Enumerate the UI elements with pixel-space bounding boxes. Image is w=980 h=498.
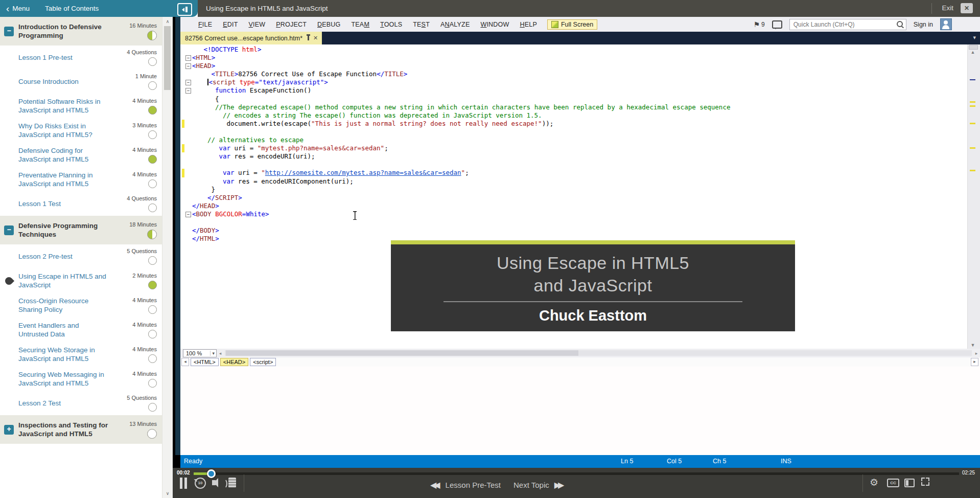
menu-team[interactable]: TEAM: [352, 21, 370, 28]
editor-vscrollbar[interactable]: [967, 44, 980, 349]
menu-help[interactable]: HELP: [520, 21, 537, 28]
code-line: document.write(escape("This is just a no…: [180, 120, 967, 128]
card-author: Chuck Easttom: [539, 306, 647, 325]
closed-captions-icon[interactable]: CC: [887, 479, 899, 487]
pin-icon[interactable]: [308, 36, 309, 40]
nav-left-icon[interactable]: ◂: [181, 358, 189, 366]
toc-item-row[interactable]: Defensive Coding for JavaScript and HTML…: [0, 143, 162, 167]
toc-label: Potential Software Risks in JavaScript a…: [18, 97, 112, 115]
next-topic-label: Next Topic: [514, 481, 549, 489]
menu-file[interactable]: FILE: [198, 21, 212, 28]
notifications-button[interactable]: 9: [754, 20, 765, 29]
volume-icon[interactable]: [212, 480, 216, 485]
toc-item-row[interactable]: Securing Web Storage in JavaScript and H…: [0, 342, 162, 367]
expand-group-icon[interactable]: +: [4, 425, 14, 435]
toc-item-row[interactable]: Lesson 1 Test4 Questions: [0, 192, 162, 216]
fullscreen-icon[interactable]: [921, 478, 929, 486]
tab-list-chevron-icon[interactable]: [973, 34, 976, 41]
split-editor-handle[interactable]: [969, 45, 978, 50]
toc-item-row[interactable]: Lesson 1 Pre-test4 Questions: [0, 46, 162, 70]
toc-group-row[interactable]: −Introduction to Defensive Programming16…: [0, 17, 162, 46]
replay-10-button[interactable]: 10: [195, 478, 206, 489]
breadcrumb-tag[interactable]: <HEAD>: [220, 358, 248, 366]
toc-item-row[interactable]: Preventative Planning in JavaScript and …: [0, 167, 162, 192]
editor-zoom-select[interactable]: 100 %: [183, 349, 217, 357]
editor-hscrollbar-thumb[interactable]: [226, 350, 578, 356]
progress-circle: [148, 106, 157, 115]
toc-item-row[interactable]: Event Handlers and Untrusted Data4 Minut…: [0, 318, 162, 342]
sidebar-scrollbar-thumb[interactable]: [164, 26, 171, 90]
progress-thumb[interactable]: [207, 469, 216, 478]
scroll-down-icon[interactable]: [162, 490, 173, 497]
scroll-up-icon[interactable]: [162, 18, 173, 25]
exit-button[interactable]: Exit: [942, 4, 953, 12]
next-topic-button[interactable]: Next Topic: [514, 480, 564, 490]
toc-item-row[interactable]: Securing Web Messaging in JavaScript and…: [0, 367, 162, 391]
quick-launch-input[interactable]: [789, 19, 906, 30]
code-line: {: [180, 95, 967, 103]
close-icon[interactable]: [961, 3, 973, 13]
player-control-bar: 00:02 02:25 10 Lesson Pre-Test Next Topi…: [172, 468, 980, 498]
menu-debug[interactable]: DEBUG: [317, 21, 340, 28]
collapse-group-icon[interactable]: −: [4, 27, 14, 36]
fold-minus-icon[interactable]: −: [185, 212, 191, 217]
toc-item-row[interactable]: Course Introduction1 Minute: [0, 70, 162, 94]
menu-edit[interactable]: EDIT: [223, 21, 238, 28]
toc-item-row[interactable]: Using Escape in HTML5 and JavaScript2 Mi…: [0, 268, 162, 293]
progress-bar[interactable]: [194, 472, 959, 475]
editor-hscrollbar[interactable]: [225, 350, 972, 356]
full-screen-icon: [551, 21, 558, 28]
collapse-sidebar-button[interactable]: [177, 3, 192, 16]
toc-item-row[interactable]: Lesson 2 Pre-test5 Questions: [0, 244, 162, 268]
toc-meta-zone: 4 Minutes: [112, 322, 157, 338]
menu-view[interactable]: VIEW: [249, 21, 266, 28]
toc-item-row[interactable]: Lesson 2 Test5 Questions: [0, 391, 162, 415]
toc-label: Inspections and Testing for JavaScript a…: [18, 421, 112, 438]
scroll-marker-yellow: [970, 170, 975, 171]
vs-menu-items: FILEEDITVIEWPROJECTDEBUGTEAMTOOLSTESTANA…: [180, 21, 537, 28]
scroll-left-icon[interactable]: ◂: [217, 351, 224, 356]
toc-group-row[interactable]: +Inspections and Testing for JavaScript …: [0, 415, 162, 444]
menu-project[interactable]: PROJECT: [276, 21, 307, 28]
toc-icon-zone: −: [4, 225, 18, 235]
user-avatar-icon[interactable]: [940, 18, 952, 30]
collapse-group-icon[interactable]: −: [4, 225, 14, 235]
tab-close-icon[interactable]: [313, 35, 318, 41]
nav-right-icon[interactable]: ▸: [971, 358, 978, 366]
menu-window[interactable]: WINDOW: [480, 21, 509, 28]
side-panel-icon[interactable]: [904, 479, 915, 487]
transcript-icon[interactable]: [228, 478, 236, 488]
pause-button[interactable]: [180, 478, 187, 489]
full-screen-button[interactable]: Full Screen: [547, 19, 597, 30]
elapsed-time: 00:02: [177, 470, 190, 476]
video-player-area: FILEEDITVIEWPROJECTDEBUGTEAMTOOLSTESTANA…: [172, 17, 980, 498]
toc-meta-zone: 2 Minutes: [112, 273, 157, 289]
feedback-bubble-icon[interactable]: [772, 20, 782, 29]
mouse-ibeam-cursor: [353, 211, 357, 220]
settings-gear-icon[interactable]: [870, 477, 878, 488]
menu-tools[interactable]: TOOLS: [380, 21, 402, 28]
fold-minus-icon[interactable]: −: [185, 88, 191, 94]
menu-test[interactable]: TEST: [413, 21, 430, 28]
editor-background: [180, 367, 980, 455]
toc-item-row[interactable]: Cross-Origin Resource Sharing Policy4 Mi…: [0, 293, 162, 318]
document-tab[interactable]: 82756 Correct use...escape function.htm*: [180, 32, 322, 44]
scroll-up-icon[interactable]: [968, 50, 978, 55]
menu-analyze[interactable]: ANALYZE: [440, 21, 470, 28]
scroll-right-icon[interactable]: ▸: [973, 351, 980, 356]
sign-in-link[interactable]: Sign in: [914, 21, 933, 28]
breadcrumb-tag[interactable]: <script>: [250, 358, 276, 366]
progress-circle: [148, 203, 157, 212]
fold-minus-icon[interactable]: −: [185, 55, 191, 61]
scroll-down-icon[interactable]: [968, 343, 978, 348]
collapse-bar-icon: [185, 7, 188, 12]
toc-item-row[interactable]: Potential Software Risks in JavaScript a…: [0, 94, 162, 118]
toc-item-row[interactable]: Why Do Risks Exist in JavaScript and HTM…: [0, 118, 162, 143]
fold-minus-icon[interactable]: −: [185, 80, 191, 85]
menu-back-button[interactable]: Menu: [6, 4, 30, 13]
sidebar-scrollbar[interactable]: [162, 17, 173, 498]
breadcrumb-tag[interactable]: <HTML>: [191, 358, 219, 366]
previous-topic-button[interactable]: Lesson Pre-Test: [430, 480, 501, 490]
toc-group-row[interactable]: −Defensive Programming Techniques18 Minu…: [0, 216, 162, 244]
fold-minus-icon[interactable]: −: [185, 63, 191, 69]
